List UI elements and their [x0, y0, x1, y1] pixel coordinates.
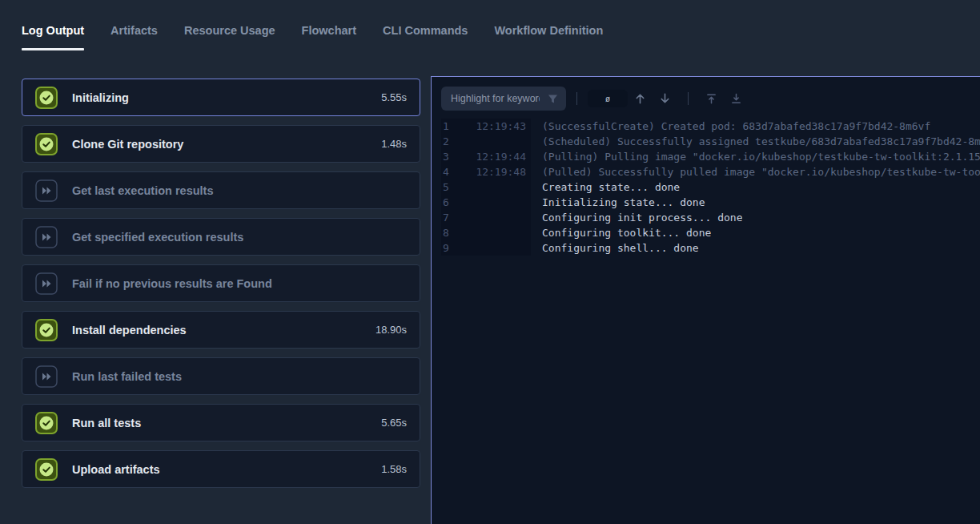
step-duration: 1.58s	[381, 463, 407, 475]
line-number: 4	[441, 164, 460, 179]
line-number: 5	[441, 179, 460, 195]
line-number: 6	[441, 195, 460, 210]
line-number: 9	[441, 240, 460, 256]
match-counter-badge: ø	[588, 90, 628, 107]
step-label: Install dependencies	[72, 324, 187, 337]
line-timestamp	[460, 134, 531, 149]
step-clone-git-repository[interactable]: Clone Git repository 1.48s	[22, 125, 420, 163]
line-text: Initializing state... done	[531, 195, 705, 210]
step-label: Run last failed tests	[72, 370, 182, 383]
line-timestamp	[460, 240, 531, 256]
step-label: Get last execution results	[72, 184, 213, 197]
line-text: (Scheduled) Successfully assigned testku…	[531, 134, 980, 149]
line-text: (Pulling) Pulling image "docker.io/kubes…	[531, 149, 980, 164]
next-match-arrow-down-icon[interactable]	[659, 91, 671, 107]
step-fail-if-no-previous-results[interactable]: Fail if no previous results are Found	[22, 264, 420, 302]
log-line: 4 12:19:48 (Pulled) Successfully pulled …	[441, 164, 980, 179]
step-install-dependencies[interactable]: Install dependencies 18.90s	[22, 311, 420, 349]
step-get-specified-execution-results[interactable]: Get specified execution results	[22, 218, 420, 256]
line-timestamp	[460, 179, 531, 195]
step-list: Initializing 5.55s Clone Git repository …	[22, 79, 420, 488]
line-text: Configuring toolkit... done	[531, 225, 711, 240]
step-label: Initializing	[72, 91, 129, 104]
log-line: 8 Configuring toolkit... done	[441, 225, 980, 240]
log-line: 2 (Scheduled) Successfully assigned test…	[441, 134, 980, 149]
line-number: 3	[441, 149, 460, 164]
check-success-icon	[35, 319, 58, 341]
line-number: 1	[441, 119, 460, 134]
check-success-icon	[35, 458, 58, 481]
step-duration: 1.48s	[381, 138, 407, 150]
check-success-icon	[35, 133, 58, 155]
tab-flowchart[interactable]: Flowchart	[302, 24, 356, 50]
filter-funnel-icon	[548, 94, 558, 104]
log-line: 5 Creating state... done	[441, 179, 980, 195]
step-duration: 5.65s	[381, 417, 407, 429]
line-timestamp: 12:19:44	[460, 149, 531, 164]
step-label: Get specified execution results	[72, 231, 243, 244]
skip-forward-icon	[35, 365, 58, 388]
step-upload-artifacts[interactable]: Upload artifacts 1.58s	[22, 450, 420, 488]
log-line: 7 Configuring init process... done	[441, 210, 980, 225]
line-text: Creating state... done	[531, 179, 680, 195]
step-duration: 5.55s	[381, 91, 407, 103]
log-line: 6 Initializing state... done	[441, 195, 980, 210]
scroll-to-top-icon[interactable]	[705, 91, 717, 107]
step-label: Upload artifacts	[72, 463, 160, 476]
line-text: (SuccessfulCreate) Created pod: 683d7aba…	[531, 119, 930, 134]
line-timestamp	[460, 225, 531, 240]
step-duration: 18.90s	[376, 324, 407, 336]
log-line: 9 Configuring shell... done	[441, 240, 980, 256]
tab-artifacts[interactable]: Artifacts	[110, 24, 158, 50]
line-number: 7	[441, 210, 460, 225]
step-run-all-tests[interactable]: Run all tests 5.65s	[22, 404, 420, 441]
skip-forward-icon	[35, 179, 58, 202]
toolbar-divider	[688, 92, 689, 105]
scroll-to-bottom-icon[interactable]	[730, 91, 742, 107]
line-timestamp: 12:19:48	[460, 164, 531, 179]
log-line: 3 12:19:44 (Pulling) Pulling image "dock…	[441, 149, 980, 164]
line-text: Configuring init process... done	[531, 210, 742, 225]
log-lines: 1 12:19:43 (SuccessfulCreate) Created po…	[441, 119, 980, 256]
check-success-icon	[35, 87, 58, 109]
line-timestamp	[460, 195, 531, 210]
tab-workflow-definition[interactable]: Workflow Definition	[494, 24, 603, 50]
skip-forward-icon	[35, 272, 58, 295]
step-label: Fail if no previous results are Found	[72, 277, 272, 290]
keyword-search-input[interactable]	[449, 92, 541, 105]
tab-cli-commands[interactable]: CLI Commands	[383, 24, 468, 50]
previous-match-arrow-up-icon[interactable]	[634, 91, 646, 107]
line-number: 2	[441, 134, 460, 149]
step-label: Run all tests	[72, 417, 141, 429]
step-run-last-failed-tests[interactable]: Run last failed tests	[22, 357, 420, 395]
line-text: (Pulled) Successfully pulled image "dock…	[531, 164, 980, 179]
line-timestamp	[460, 210, 531, 225]
skip-forward-icon	[35, 226, 58, 248]
check-success-icon	[35, 412, 58, 434]
keyword-search-box[interactable]	[441, 87, 566, 111]
toolbar-divider	[576, 92, 577, 105]
tab-log-output[interactable]: Log Output	[22, 24, 84, 50]
tab-resource-usage[interactable]: Resource Usage	[184, 24, 275, 50]
step-initializing[interactable]: Initializing 5.55s	[22, 79, 420, 116]
log-toolbar: ø	[441, 87, 980, 111]
tab-bar: Log Output Artifacts Resource Usage Flow…	[22, 24, 603, 50]
log-output-panel: ø 1 12:19:43 (SuccessfulCreate	[431, 76, 980, 524]
log-line: 1 12:19:43 (SuccessfulCreate) Created po…	[441, 119, 980, 134]
step-label: Clone Git repository	[72, 138, 183, 151]
line-number: 8	[441, 225, 460, 240]
step-get-last-execution-results[interactable]: Get last execution results	[22, 171, 420, 209]
line-text: Configuring shell... done	[531, 240, 699, 256]
line-timestamp: 12:19:43	[460, 119, 531, 134]
